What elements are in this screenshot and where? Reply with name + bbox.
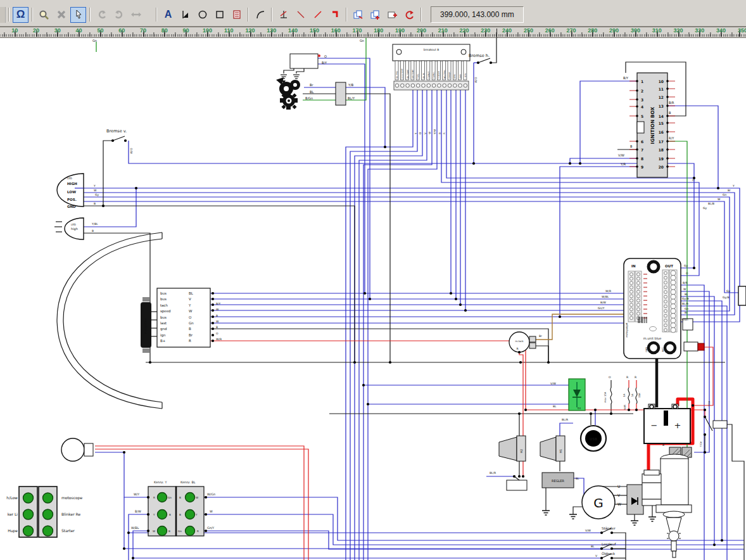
c-kennz-ra-1: B: [179, 513, 181, 516]
x-icon: [56, 10, 66, 20]
ruler-number: 190: [395, 27, 405, 34]
zoom-button[interactable]: [36, 7, 52, 23]
schematic-canvas[interactable]: OIL PRSH2O TEMPOIL TEMPAIR TEMPFUELOIL M…: [0, 38, 746, 560]
c-kennz-in-0: W/Y: [134, 493, 139, 496]
ruler-number: 140: [288, 27, 298, 34]
c-led_high-l2: high: [71, 227, 78, 231]
c-horns-w2: BL/R: [490, 471, 496, 474]
c-breakout-pins-2: OIL TEMP: [407, 70, 409, 79]
paste-stamp-button[interactable]: [367, 7, 383, 23]
brown-wires[interactable]: [536, 314, 624, 340]
c-gen-u: U: [617, 484, 620, 488]
text-icon: A: [165, 9, 172, 20]
ruler-number: 270: [566, 27, 576, 34]
c-usb-label: USB: [590, 437, 598, 441]
c-headlight-w1: Y: [93, 184, 96, 188]
c-ignition-left_pins-8: 9: [641, 165, 643, 169]
ruler-number: 20: [33, 27, 39, 34]
ruler-number: 100: [203, 27, 212, 34]
c-munit-outl-0: Gy: [684, 264, 688, 267]
c-gear-r3: BL/Y: [348, 96, 355, 100]
measure-tool-button[interactable]: [275, 7, 291, 23]
horn-h1[interactable]: [540, 436, 565, 461]
new-frame-button[interactable]: [384, 7, 400, 23]
c-kennz-out-2: Gn/Y: [207, 526, 214, 530]
breakout-terminal: [395, 84, 399, 87]
delete-button[interactable]: [53, 7, 69, 23]
rectifier[interactable]: [627, 485, 643, 514]
c-coil-by: B/Y: [322, 61, 327, 65]
c-gear-w1: Br: [310, 83, 313, 87]
c-busbox-rows-5-l: last: [160, 321, 167, 325]
c-fuses-f2: 1A: [623, 393, 626, 397]
c-led_high-w1: Y/BL: [91, 222, 98, 226]
c-munit-outl-4: BL: [685, 293, 688, 296]
c-rb-1: Br: [728, 189, 731, 192]
c-breakout-pins-11: RPM: [453, 74, 456, 79]
c-ignition-wr13: B/R: [669, 101, 674, 105]
rect-tool-button[interactable]: [212, 7, 227, 23]
c-ignition-right_pins-6: 16: [659, 130, 664, 134]
polygon-tool-button[interactable]: [177, 7, 193, 23]
diode-module[interactable]: [569, 379, 585, 410]
circle-tool-button[interactable]: [194, 7, 210, 23]
c-horns-w1: BL/R: [562, 418, 568, 421]
starter-relay[interactable]: [713, 421, 727, 428]
c-ignition-wl8: V/W: [618, 153, 624, 157]
button-panel-right[interactable]: [39, 487, 57, 537]
c-panels-right-0: motoscope: [61, 495, 82, 500]
ruler-number: 330: [695, 27, 704, 34]
c-panels-left-2: Hupe: [8, 528, 18, 533]
separator: [248, 8, 249, 22]
c-busbox-rows-1-l: bus: [160, 297, 167, 301]
c-munit-title: m.unit blue: [643, 336, 662, 340]
redo-button[interactable]: [111, 7, 127, 23]
line-tool-button[interactable]: [293, 7, 308, 23]
coordinate-display: 399.000, 143.000 mm: [431, 6, 524, 23]
polyline-tool-button[interactable]: [327, 7, 343, 23]
sheet-icon: [232, 10, 242, 20]
kennz-y-table[interactable]: [148, 487, 176, 536]
edge-connector[interactable]: [738, 286, 746, 305]
component-tool-button[interactable]: Ω: [13, 7, 28, 23]
arc-tool-button[interactable]: [252, 7, 268, 23]
ruler-number: 220: [459, 27, 469, 34]
swap-button[interactable]: [128, 7, 144, 23]
c-ignition-left_pins-3: 4: [641, 105, 643, 109]
sheet-tool-button[interactable]: [229, 7, 244, 23]
select-tool-button[interactable]: [70, 7, 86, 23]
m-unit-blue[interactable]: [624, 258, 704, 359]
c-busbox-rows-6-c: B: [189, 327, 191, 331]
c-fuses-f2t: R: [626, 376, 628, 379]
backslash-icon: [296, 10, 306, 20]
led-high-lamp[interactable]: [54, 218, 84, 239]
diagonal-tool-button[interactable]: [310, 7, 326, 23]
c-busbox-rows-5-o: W: [216, 320, 219, 323]
horn-h2[interactable]: [499, 436, 526, 461]
rotate-button[interactable]: [401, 7, 417, 23]
c-busbox-rows-1-c: V: [189, 297, 191, 301]
c-busbox-rows-7-l: ign: [160, 333, 166, 338]
c-ignition-left_pins-4: 5: [641, 114, 643, 118]
horn-relay[interactable]: [507, 480, 527, 490]
c-headlight-w3: Gy: [95, 193, 99, 196]
c-busbox-rows-3-c: W: [189, 309, 193, 313]
taillight[interactable]: [61, 438, 93, 461]
text-tool-button[interactable]: A: [160, 7, 176, 23]
c-rb-6: Gy: [703, 207, 707, 210]
c-misc-gn1: Gn: [92, 39, 97, 42]
green-wires[interactable]: [96, 38, 687, 447]
ignition-coil[interactable]: [281, 54, 320, 84]
undo-button[interactable]: [94, 7, 110, 23]
c-breakout-w-2: V: [424, 132, 427, 134]
c-kennz-t1: Kennz. Y: [154, 481, 167, 484]
ruler-number: 310: [652, 27, 662, 34]
c-module-bot: BL: [553, 405, 557, 408]
ruler-number: 260: [545, 27, 555, 34]
button-panel-left[interactable]: [19, 487, 37, 537]
c-sw-2-w: V: [595, 554, 598, 557]
kennz-bl-table[interactable]: [176, 487, 204, 536]
copy-stamp-button[interactable]: [350, 7, 366, 23]
c-bremse_h-wire: W/O: [474, 77, 477, 83]
breakout-terminal: [427, 84, 431, 87]
